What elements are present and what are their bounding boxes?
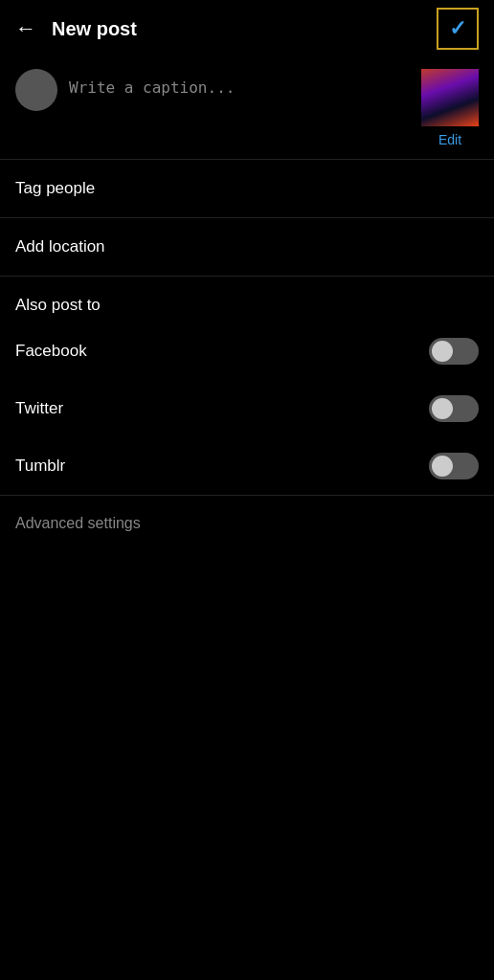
add-location-label: Add location xyxy=(15,237,105,256)
tag-people-item[interactable]: Tag people xyxy=(0,160,494,217)
tumblr-toggle-knob xyxy=(432,456,453,477)
tag-people-label: Tag people xyxy=(15,179,95,198)
avatar xyxy=(15,69,57,111)
facebook-label: Facebook xyxy=(15,342,87,361)
post-image-preview xyxy=(421,69,479,126)
confirm-button[interactable]: ✓ xyxy=(437,8,479,50)
twitter-toggle-row: Twitter xyxy=(0,380,494,437)
edit-button[interactable]: Edit xyxy=(438,132,461,147)
back-button[interactable]: ← xyxy=(15,16,36,41)
add-location-item[interactable]: Add location xyxy=(0,218,494,276)
caption-area: Edit xyxy=(0,57,494,159)
advanced-settings-item[interactable]: Advanced settings xyxy=(0,496,494,551)
also-post-to-section-label: Also post to xyxy=(0,277,494,323)
facebook-toggle-knob xyxy=(432,341,453,362)
checkmark-icon: ✓ xyxy=(449,16,466,41)
caption-input[interactable] xyxy=(69,69,410,115)
tumblr-toggle-row: Tumblr xyxy=(0,437,494,495)
image-preview-container: Edit xyxy=(421,69,479,147)
facebook-toggle-row: Facebook xyxy=(0,323,494,380)
twitter-toggle-knob xyxy=(432,398,453,419)
facebook-toggle[interactable] xyxy=(429,338,479,365)
tumblr-toggle[interactable] xyxy=(429,453,479,479)
page-title: New post xyxy=(52,18,137,40)
twitter-label: Twitter xyxy=(15,399,63,418)
twitter-toggle[interactable] xyxy=(429,395,479,422)
tumblr-label: Tumblr xyxy=(15,457,65,476)
header-left: ← New post xyxy=(15,16,137,41)
header: ← New post ✓ xyxy=(0,0,494,57)
